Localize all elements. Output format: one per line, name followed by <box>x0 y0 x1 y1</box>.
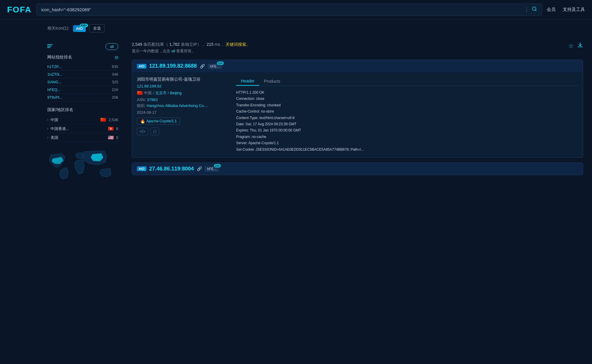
search-bar: ⋮ <box>36 4 542 16</box>
date-0: 2024-08-17 <box>137 110 231 115</box>
card-body-0: 浏阳市明嘉贸易有限公司-嘉瑰卫浴 121.89.199.82 🇨🇳 中国 / 北… <box>132 72 583 157</box>
world-map <box>47 148 118 183</box>
rank-item-0[interactable]: h1TZP... 835 <box>47 63 118 71</box>
asn-row-0: ASN: 37963 <box>137 98 231 102</box>
chevron-icon-0: › <box>47 118 48 121</box>
header-line-0-5: Date: Sat, 17 Aug 2024 09:23:39 GMT <box>236 121 578 127</box>
aio-label-1: AIO <box>137 166 146 171</box>
svg-line-1 <box>535 10 536 11</box>
results-actions: ☆ <box>568 42 583 49</box>
country-item-2[interactable]: › 美国 🇺🇸 5 <box>47 133 118 142</box>
card-icons-0: </> ⬡ <box>137 128 231 135</box>
hfe-count-1: 224 <box>214 164 221 168</box>
star-button[interactable]: ☆ <box>568 42 574 49</box>
header-line-0-6: Expires: Thu, 01 Jan 1970 00:00:00 GMT <box>236 127 578 133</box>
tabs-header-0: Header Products <box>236 77 578 86</box>
hfe-badge-wrapper-1: hFE... 224 <box>205 166 219 171</box>
company-name-0: 浏阳市明嘉贸易有限公司-嘉瑰卫浴 <box>137 77 231 82</box>
results-summary-line1: 2,549 条匹配结果（ 1,762 条独立IP）， 215 ms， 关键词搜索… <box>132 42 250 47</box>
asn-link-0[interactable]: 37963 <box>147 98 158 102</box>
sidebar: all 网站指纹排名 ⊟ h1TZP... 835 1nZT0i... 346 … <box>0 37 127 189</box>
fingerprint-rank-list: h1TZP... 835 1nZT0i... 346 SANG... 325 h… <box>47 63 118 101</box>
header-line-0-3: Cache-Control: no-store <box>236 108 578 114</box>
card-ip-0[interactable]: 121.89.199.82:8688 <box>149 63 197 69</box>
filter-icon[interactable] <box>47 43 53 50</box>
hfe-badge-wrapper-0: hFE... 224 <box>208 64 222 69</box>
results-header: 2,549 条匹配结果（ 1,762 条独立IP）， 215 ms， 关键词搜索… <box>132 42 583 56</box>
header-content-0: HTTP/1.1 200 OK Connection: close Transf… <box>236 90 578 153</box>
country-section-title: 国家/地区排名 <box>47 107 118 113</box>
header-line-0-7: Pragram: no-cache <box>236 134 578 140</box>
result-card-0: AIO 121.89.199.82:8688 🔗 hFE... 224 浏阳市明… <box>132 60 583 158</box>
chevron-icon-1: › <box>47 127 48 130</box>
tab-products-0[interactable]: Products <box>259 77 285 86</box>
city-link-0[interactable]: 北京市 <box>155 90 167 96</box>
country-item-1[interactable]: › 中国香港... 🇭🇰 8 <box>47 124 118 133</box>
app-header: FOFA ⋮ 会员 支持及工具 <box>0 0 592 20</box>
code-icon-btn-0[interactable]: </> <box>137 128 148 135</box>
icon-filter-area: 相关icon(1): AIO 999+ 全选 <box>0 20 592 37</box>
fingerprint-filter-icon[interactable]: ⊟ <box>115 55 118 60</box>
location-0: 🇨🇳 中国 / 北京市 / Beijing <box>137 90 231 96</box>
link-icon-0[interactable]: 🔗 <box>200 64 205 69</box>
nav-links: 会员 支持及工具 <box>547 7 585 12</box>
results-summary: 2,549 条匹配结果（ 1,762 条独立IP）， 215 ms， 关键词搜索… <box>132 42 250 54</box>
nav-support[interactable]: 支持及工具 <box>563 7 585 12</box>
filter-controls: all <box>47 43 118 50</box>
filter-all-button[interactable]: all <box>106 43 118 50</box>
flag-icon-2: 🇺🇸 <box>108 135 114 140</box>
card-info-0: 浏阳市明嘉贸易有限公司-嘉瑰卫浴 121.89.199.82 🇨🇳 中国 / 北… <box>137 77 231 153</box>
logo: FOFA <box>7 5 32 14</box>
main-layout: all 网站指纹排名 ⊟ h1TZP... 835 1nZT0i... 346 … <box>0 37 592 189</box>
download-button[interactable] <box>577 42 583 49</box>
map-svg <box>47 148 118 183</box>
result-card-1: AIO 27.46.86.119:8004 🔗 hFE... 224 <box>132 162 583 175</box>
aio-badge-wrapper: AIO 999+ <box>73 26 86 31</box>
header-line-0-4: Content-Type: text/html;charset=utf-8 <box>236 115 578 121</box>
server-dot-icon-0: 🔥 <box>140 119 145 124</box>
org-link-0[interactable]: Hangzhou Alibaba Advertising Co.... <box>147 103 208 108</box>
select-all-button[interactable]: 全选 <box>89 24 105 32</box>
hfe-count-0: 224 <box>217 61 224 65</box>
card-ip-1[interactable]: 27.46.86.119:8004 <box>149 166 194 172</box>
card-header-0: AIO 121.89.199.82:8688 🔗 hFE... 224 <box>132 60 583 72</box>
flag-icon-1: 🇭🇰 <box>108 126 114 131</box>
tab-header-0[interactable]: Header <box>236 77 259 86</box>
rank-item-2[interactable]: SANG... 325 <box>47 78 118 86</box>
card-tabs-0: Header Products HTTP/1.1 200 OK Connecti… <box>236 77 578 153</box>
header-line-0-0: HTTP/1.1 200 OK <box>236 90 578 95</box>
aio-badge-count: 999+ <box>80 24 88 27</box>
rank-item-1[interactable]: 1nZT0i... 346 <box>47 71 118 78</box>
org-row-0: 组织: Hangzhou Alibaba Advertising Co.... <box>137 103 231 108</box>
server-tag-0[interactable]: 🔥 Apache-Coyote/1.1 <box>137 118 180 125</box>
svg-point-0 <box>532 7 536 10</box>
flag-icon-0: 🇨🇳 <box>100 117 106 123</box>
search-input[interactable] <box>41 7 522 12</box>
ip-link-0[interactable]: 121.89.199.82 <box>137 84 231 88</box>
fingerprint-section-title: 网站指纹排名 ⊟ <box>47 55 118 60</box>
header-line-0-1: Connection: close <box>236 96 578 102</box>
nav-member[interactable]: 会员 <box>547 7 556 12</box>
search-options-icon[interactable]: ⋮ <box>524 6 529 13</box>
header-line-0-2: Transfer-Encoding: chunked <box>236 102 578 108</box>
country-flag-0: 🇨🇳 <box>137 90 143 96</box>
card-header-1: AIO 27.46.86.119:8004 🔗 hFE... 224 <box>132 163 583 175</box>
results-note: 显示一年内数据，点击 all 查看所有。 <box>132 48 250 54</box>
country-list: › 中国 🇨🇳 2,536 › 中国香港... 🇭🇰 8 › 美国 🇺🇸 5 <box>47 116 118 142</box>
country-item-0[interactable]: › 中国 🇨🇳 2,536 <box>47 116 118 124</box>
chevron-icon-2: › <box>47 136 48 139</box>
aio-label-0: AIO <box>137 64 146 69</box>
rank-item-3[interactable]: hFEQ... 216 <box>47 86 118 94</box>
link-icon-1[interactable]: 🔗 <box>197 166 202 171</box>
content-area: 2,549 条匹配结果（ 1,762 条独立IP）， 215 ms， 关键词搜索… <box>127 37 592 189</box>
header-line-0-9: Set-Cookie: JSESSIONID=641AE0EDD911EC5BA… <box>236 147 578 152</box>
header-line-0-8: Server: Apache-Coyote/1.1 <box>236 140 578 146</box>
cube-icon-btn-0[interactable]: ⬡ <box>150 128 159 135</box>
search-button[interactable] <box>532 6 537 13</box>
rank-item-4[interactable]: 9TltvPt... 206 <box>47 94 118 101</box>
icon-filter-label: 相关icon(1): <box>47 26 69 31</box>
region-link-0[interactable]: Beijing <box>170 91 181 95</box>
